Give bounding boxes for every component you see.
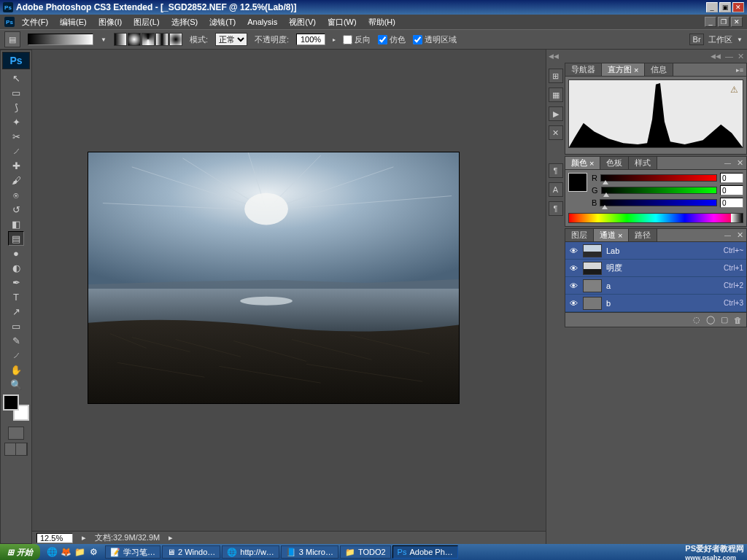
mode-select[interactable]: 正常 — [215, 33, 247, 46]
shape-tool[interactable]: ▭ — [8, 319, 24, 333]
reverse-checkbox[interactable]: 反向 — [343, 34, 371, 45]
dock-minimize-icon[interactable]: — — [725, 52, 733, 61]
gradient-preview[interactable] — [28, 34, 93, 45]
blur-tool[interactable]: ● — [8, 246, 24, 260]
maximize-button[interactable]: ▣ — [719, 2, 731, 12]
heal-tool[interactable]: ✚ — [8, 158, 24, 173]
ql-ie-icon[interactable]: 🌐 — [46, 546, 58, 558]
tab-info[interactable]: 信息 — [645, 63, 673, 76]
reflected-gradient-button[interactable] — [155, 33, 169, 46]
close-button[interactable]: ✕ — [732, 2, 744, 12]
quickmask-toggle[interactable] — [8, 427, 24, 440]
spectrum-bar[interactable] — [568, 213, 743, 223]
canvas-area[interactable] — [32, 50, 546, 544]
r-input[interactable] — [720, 173, 743, 183]
document-canvas[interactable] — [88, 152, 460, 404]
b-input[interactable] — [720, 198, 743, 208]
screenmode-toggle[interactable] — [4, 443, 28, 456]
zoom-input[interactable]: 12.5% — [36, 533, 73, 543]
ql-app-icon[interactable]: 📁 — [74, 546, 85, 558]
task-item-active[interactable]: PsAdobe Ph… — [392, 545, 458, 559]
transparency-checkbox[interactable]: 透明区域 — [413, 34, 457, 45]
menu-image[interactable]: 图像(I) — [94, 15, 126, 29]
minimize-button[interactable]: _ — [706, 2, 718, 12]
eraser-tool[interactable]: ◧ — [8, 217, 24, 231]
strip-btn-3[interactable]: ▶ — [549, 106, 563, 121]
menu-select[interactable]: 选择(S) — [167, 15, 203, 29]
menu-edit[interactable]: 编辑(E) — [55, 15, 91, 29]
radial-gradient-button[interactable] — [128, 33, 141, 46]
path-tool[interactable]: ↗ — [8, 304, 24, 319]
save-selection-icon[interactable]: ◯ — [706, 315, 715, 324]
menu-layer[interactable]: 图层(L) — [129, 15, 163, 29]
workspace-label[interactable]: 工作区 — [708, 34, 732, 45]
strip-btn-6[interactable]: A — [549, 182, 563, 197]
load-selection-icon[interactable]: ◌ — [693, 315, 700, 324]
crop-tool[interactable]: ✂ — [8, 129, 24, 144]
g-slider[interactable] — [601, 187, 717, 194]
channel-row[interactable]: 👁aCtrl+2 — [565, 277, 746, 295]
menu-analysis[interactable]: Analysis — [243, 16, 282, 28]
task-item[interactable]: 🖥2 Windo… — [162, 545, 220, 559]
tab-swatches[interactable]: 色板 — [600, 157, 629, 169]
brush-tool[interactable]: 🖌 — [8, 173, 24, 187]
diamond-gradient-button[interactable] — [169, 33, 182, 46]
channel-row[interactable]: 👁明度Ctrl+1 — [565, 260, 746, 277]
wand-tool[interactable]: ✦ — [8, 114, 24, 129]
new-channel-icon[interactable]: ▢ — [721, 315, 728, 324]
tab-color[interactable]: 颜色 × — [565, 157, 600, 169]
linear-gradient-button[interactable] — [114, 33, 127, 46]
strip-btn-7[interactable]: ¶ — [549, 201, 563, 216]
delete-channel-icon[interactable]: 🗑 — [734, 316, 742, 324]
stamp-tool[interactable]: ⍟ — [8, 187, 24, 202]
workspace-arrow[interactable]: ▼ — [737, 36, 743, 43]
color-swatches[interactable] — [3, 394, 29, 421]
menu-window[interactable]: 窗口(W) — [323, 15, 361, 29]
tab-histogram[interactable]: 直方图 × — [602, 63, 645, 76]
visibility-icon[interactable]: 👁 — [568, 246, 578, 255]
angle-gradient-button[interactable] — [142, 33, 155, 46]
hand-tool[interactable]: ✋ — [8, 362, 24, 377]
menu-help[interactable]: 帮助(H) — [364, 15, 400, 29]
menu-filter[interactable]: 滤镜(T) — [205, 15, 240, 29]
doc-arrow-icon[interactable]: ▸ — [169, 533, 173, 542]
visibility-icon[interactable]: 👁 — [568, 299, 578, 308]
dither-checkbox[interactable]: 仿色 — [378, 34, 406, 45]
task-item[interactable]: 🌐http://w… — [222, 545, 279, 559]
panel-menu-icon[interactable]: ▸≡ — [733, 66, 746, 74]
menu-view[interactable]: 视图(V) — [285, 15, 320, 29]
opacity-arrow[interactable]: ▸ — [333, 36, 336, 43]
tab-navigator[interactable]: 导航器 — [565, 63, 602, 76]
tab-layers[interactable]: 图层 — [565, 229, 594, 241]
r-slider[interactable] — [600, 174, 717, 182]
history-brush-tool[interactable]: ↺ — [8, 202, 24, 217]
dock-collapse-icon[interactable]: ◀◀ — [711, 52, 721, 60]
doc-restore-button[interactable]: ❐ — [718, 17, 729, 27]
gradient-tool[interactable]: ▤ — [8, 231, 24, 246]
strip-btn-1[interactable]: ⊞ — [549, 69, 563, 83]
task-item[interactable]: 📁TODO2 — [340, 545, 391, 559]
strip-btn-5[interactable]: ¶ — [549, 163, 563, 178]
collapse-arrows-icon[interactable]: ◀◀ — [549, 52, 559, 60]
task-item[interactable]: 📝学习笔… — [105, 545, 160, 559]
task-item[interactable]: 📘3 Micro… — [281, 545, 338, 559]
dodge-tool[interactable]: ◐ — [8, 260, 24, 275]
marquee-tool[interactable]: ▭ — [8, 85, 24, 100]
color-swatch[interactable] — [568, 173, 587, 192]
ql-app2-icon[interactable]: ⚙ — [88, 546, 99, 558]
gradient-picker-arrow[interactable]: ▼ — [101, 36, 107, 43]
visibility-icon[interactable]: 👁 — [568, 264, 578, 273]
opacity-input[interactable] — [296, 34, 325, 45]
tab-paths[interactable]: 路径 — [629, 229, 657, 241]
dock-close-icon[interactable]: ✕ — [738, 52, 744, 61]
notes-tool[interactable]: ✎ — [8, 333, 24, 348]
tab-styles[interactable]: 样式 — [629, 157, 657, 169]
doc-close-button[interactable]: ✕ — [731, 17, 743, 27]
foreground-color[interactable] — [3, 394, 19, 411]
zoom-arrow-icon[interactable]: ▸ — [82, 533, 86, 542]
doc-minimize-button[interactable]: _ — [705, 17, 716, 27]
type-tool[interactable]: T — [8, 289, 24, 304]
panel-close-icon[interactable]: ✕ — [734, 230, 746, 240]
tab-channels[interactable]: 通道 × — [594, 229, 629, 241]
pen-tool[interactable]: ✒ — [8, 275, 24, 289]
